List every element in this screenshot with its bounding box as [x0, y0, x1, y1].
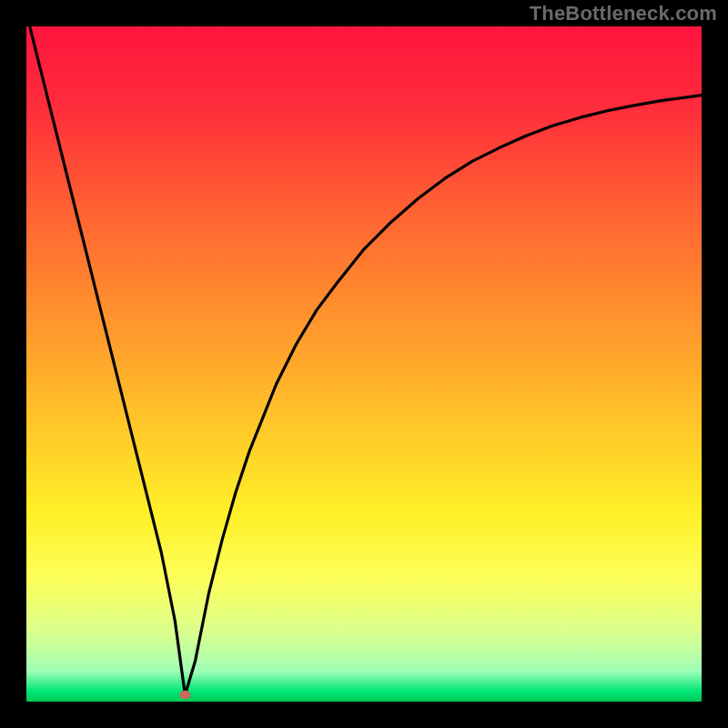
- optimal-point-marker: [179, 691, 190, 700]
- chart-stage: TheBottleneck.com: [0, 0, 728, 728]
- heat-background: [26, 26, 702, 702]
- bottleneck-chart: [0, 0, 728, 728]
- watermark-label: TheBottleneck.com: [530, 2, 717, 25]
